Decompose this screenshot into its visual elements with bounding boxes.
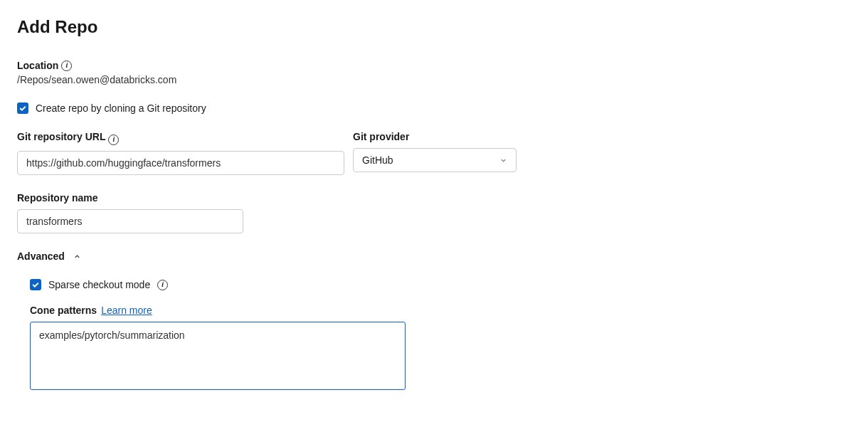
sparse-checkout-checkbox[interactable] xyxy=(30,279,41,290)
create-by-clone-row: Create repo by cloning a Git repository xyxy=(17,102,851,114)
git-provider-group: Git provider GitHub xyxy=(353,131,517,175)
chevron-down-icon xyxy=(499,157,507,164)
git-url-label: Git repository URL xyxy=(17,131,105,142)
git-url-group: Git repository URL i xyxy=(17,131,344,175)
location-section: Location i /Repos/sean.owen@databricks.c… xyxy=(17,60,851,85)
create-by-clone-label: Create repo by cloning a Git repository xyxy=(36,102,206,114)
advanced-toggle[interactable]: Advanced xyxy=(17,251,851,262)
checkmark-icon xyxy=(31,280,40,289)
git-provider-value: GitHub xyxy=(362,154,393,166)
location-label: Location xyxy=(17,60,58,71)
repo-name-group: Repository name xyxy=(17,192,243,233)
advanced-label: Advanced xyxy=(17,251,65,262)
chevron-up-icon xyxy=(73,253,81,260)
checkmark-icon xyxy=(18,104,27,112)
repo-name-label: Repository name xyxy=(17,192,243,204)
advanced-content: Sparse checkout mode i Cone patterns Lea… xyxy=(17,279,851,392)
git-provider-label: Git provider xyxy=(353,131,517,142)
cone-patterns-label: Cone patterns xyxy=(30,305,97,316)
info-icon[interactable]: i xyxy=(157,280,168,290)
repo-name-input[interactable] xyxy=(17,209,243,233)
info-icon[interactable]: i xyxy=(61,60,72,71)
cone-patterns-header: Cone patterns Learn more xyxy=(30,305,851,316)
learn-more-link[interactable]: Learn more xyxy=(101,305,152,316)
info-icon[interactable]: i xyxy=(108,135,119,145)
git-url-provider-row: Git repository URL i Git provider GitHub xyxy=(17,131,851,175)
sparse-checkout-label: Sparse checkout mode xyxy=(48,279,150,290)
git-url-input[interactable] xyxy=(17,151,344,175)
cone-patterns-textarea[interactable]: examples/pytorch/summarization xyxy=(30,322,406,390)
location-path: /Repos/sean.owen@databricks.com xyxy=(17,74,851,85)
page-title: Add Repo xyxy=(17,17,851,37)
create-by-clone-checkbox[interactable] xyxy=(17,102,28,114)
git-provider-select[interactable]: GitHub xyxy=(353,148,517,172)
sparse-checkout-row: Sparse checkout mode i xyxy=(30,279,851,290)
